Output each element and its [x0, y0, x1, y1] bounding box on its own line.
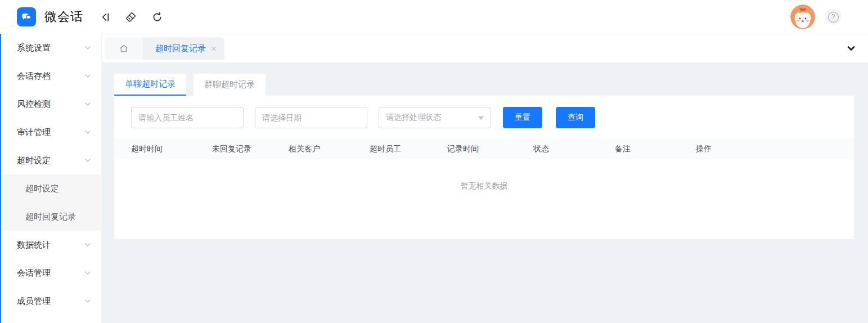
- app-logo-icon: [17, 7, 36, 26]
- empty-state-text: 暂无相关数据: [461, 181, 508, 190]
- menu-label: 会话存档: [17, 71, 84, 82]
- timeout-submenu: 超时设定 超时回复记录: [0, 174, 101, 231]
- sidebar-item-member-management[interactable]: 成员管理: [0, 287, 101, 315]
- sidebar-item-audit-management[interactable]: 审计管理: [0, 118, 101, 146]
- user-avatar[interactable]: [790, 5, 815, 29]
- chevron-down-icon: [84, 44, 91, 51]
- tag-label: 超时回复记录: [155, 43, 206, 54]
- clean-cache-icon[interactable]: [125, 11, 137, 23]
- records-card: 请选择处理状态 重置 查询 超时时间 未回复记录 相关客户 超时员工 记录时间 …: [114, 96, 854, 239]
- content-area: 单聊超时记录 群聊超时记录 请选择处理状态 重置 查询 超时时间: [102, 62, 868, 239]
- tab-label: 单聊超时记录: [125, 79, 176, 89]
- chevron-down-icon: [84, 101, 91, 107]
- home-tab[interactable]: [105, 37, 143, 60]
- empty-state: 暂无相关数据: [114, 159, 854, 239]
- chevron-down-icon: [847, 44, 856, 53]
- chevron-down-icon: [84, 298, 91, 304]
- search-button[interactable]: 查询: [556, 107, 595, 128]
- home-icon: [119, 43, 129, 53]
- menu-label: 超时设定: [17, 155, 84, 166]
- filter-bar: 请选择处理状态 重置 查询: [114, 96, 854, 128]
- app-title: 微会话: [44, 8, 83, 25]
- sidebar-item-risk-detection[interactable]: 风控检测: [0, 90, 101, 118]
- chevron-down-icon: [84, 157, 91, 164]
- col-related-customer: 相关客户: [289, 144, 370, 154]
- col-timeout-time: 超时时间: [131, 144, 212, 154]
- col-timeout-employee: 超时员工: [370, 144, 447, 154]
- table-header-row: 超时时间 未回复记录 相关客户 超时员工 记录时间 状态 备注 操作: [114, 139, 854, 159]
- sidebar-item-data-statistics[interactable]: 数据统计: [0, 231, 101, 259]
- sidebar-item-session-archive[interactable]: 会话存档: [0, 62, 101, 90]
- chevron-down-icon: [84, 73, 91, 79]
- tab-single-chat-timeout[interactable]: 单聊超时记录: [114, 74, 186, 96]
- record-tabs: 单聊超时记录 群聊超时记录: [114, 74, 854, 96]
- employee-name-input[interactable]: [131, 107, 244, 128]
- records-table: 超时时间 未回复记录 相关客户 超时员工 记录时间 状态 备注 操作 暂无相关数…: [114, 139, 854, 239]
- sidebar-subitem-timeout-setting[interactable]: 超时设定: [0, 174, 101, 203]
- date-picker-input[interactable]: [255, 107, 367, 128]
- menu-label: 数据统计: [17, 240, 84, 250]
- col-operation: 操作: [696, 144, 854, 154]
- tab-group-chat-timeout[interactable]: 群聊超时记录: [194, 74, 266, 96]
- col-unreplied-records: 未回复记录: [212, 144, 289, 154]
- tab-timeout-reply-records[interactable]: 超时回复记录 ×: [143, 37, 224, 60]
- status-select[interactable]: 请选择处理状态: [379, 107, 491, 128]
- collapse-sidebar-icon[interactable]: [99, 11, 111, 23]
- chevron-down-icon: [84, 270, 91, 276]
- main-area: 超时回复记录 × 单聊超时记录 群聊超时记录 请选择处理状态: [102, 34, 868, 323]
- sidebar-item-session-management[interactable]: 会话管理: [0, 259, 101, 287]
- help-glyph: ?: [828, 12, 839, 23]
- reset-button[interactable]: 重置: [503, 107, 542, 128]
- chevron-down-icon: [84, 241, 91, 248]
- tags-dropdown-button[interactable]: [841, 37, 861, 60]
- menu-label: 系统设置: [17, 43, 84, 53]
- col-remarks: 备注: [615, 144, 696, 154]
- menu-label: 审计管理: [17, 127, 84, 138]
- tab-label: 群聊超时记录: [204, 79, 255, 90]
- chevron-down-icon: [84, 129, 91, 136]
- status-select-placeholder: 请选择处理状态: [386, 113, 441, 123]
- caret-down-icon: [478, 116, 484, 120]
- close-icon[interactable]: ×: [211, 44, 217, 53]
- refresh-icon[interactable]: [151, 11, 163, 23]
- sidebar-item-system-settings[interactable]: 系统设置: [0, 34, 101, 62]
- col-status: 状态: [533, 144, 615, 154]
- sidebar: 系统设置 会话存档 风控检测 审计管理 超时设定 超时设定 超时回复记录 数据统…: [0, 34, 102, 323]
- app-header: 微会话: [0, 0, 868, 34]
- menu-label: 会话管理: [17, 268, 84, 279]
- tags-bar: 超时回复记录 ×: [102, 34, 868, 62]
- col-record-time: 记录时间: [447, 144, 533, 154]
- menu-label: 成员管理: [17, 296, 84, 307]
- submenu-label: 超时设定: [25, 183, 59, 194]
- sidebar-subitem-timeout-reply-records[interactable]: 超时回复记录: [0, 203, 101, 231]
- sidebar-item-timeout-settings[interactable]: 超时设定: [0, 146, 101, 174]
- submenu-label: 超时回复记录: [25, 212, 76, 222]
- menu-label: 风控检测: [17, 99, 84, 110]
- help-icon[interactable]: ?: [825, 9, 841, 25]
